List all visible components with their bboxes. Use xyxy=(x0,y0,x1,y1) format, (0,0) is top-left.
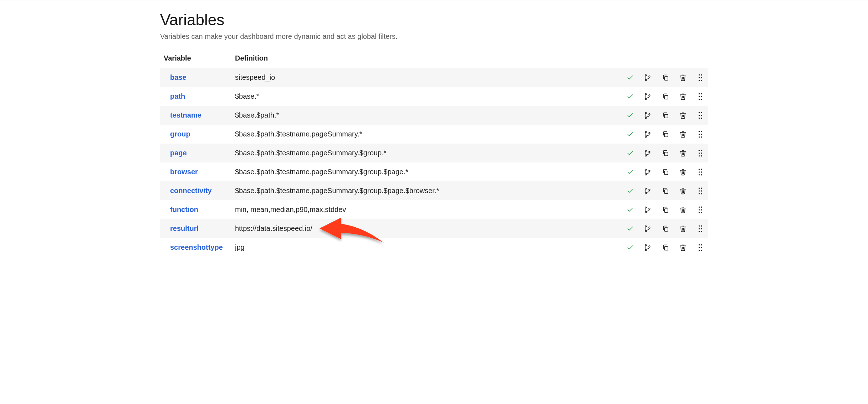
svg-point-79 xyxy=(701,212,703,213)
svg-point-15 xyxy=(701,93,703,94)
drag-handle[interactable] xyxy=(696,203,705,216)
status-ok-icon xyxy=(624,222,637,235)
svg-point-87 xyxy=(701,228,703,229)
duplicate-button[interactable] xyxy=(659,185,672,197)
table-row: function min, mean,median,p90,max,stddev xyxy=(160,200,708,219)
variable-link-group[interactable]: group xyxy=(170,130,190,138)
drag-handle[interactable] xyxy=(696,222,705,235)
svg-point-74 xyxy=(699,206,700,208)
svg-point-95 xyxy=(701,244,703,245)
drag-handle[interactable] xyxy=(696,147,705,160)
delete-button[interactable] xyxy=(676,128,689,141)
svg-point-17 xyxy=(701,96,703,97)
drag-handle[interactable] xyxy=(696,166,705,178)
svg-point-8 xyxy=(699,79,700,81)
drag-handle[interactable] xyxy=(696,90,705,103)
svg-point-4 xyxy=(699,74,700,76)
svg-point-27 xyxy=(701,115,703,116)
svg-point-57 xyxy=(701,171,703,173)
status-ok-icon xyxy=(624,166,637,178)
table-row: browser $base.$path.$testname.pageSummar… xyxy=(160,162,708,181)
variable-link-resulturl[interactable]: resulturl xyxy=(170,224,199,232)
svg-rect-73 xyxy=(664,209,668,212)
delete-button[interactable] xyxy=(676,71,689,84)
duplicate-button[interactable] xyxy=(659,90,672,103)
show-dependencies-button[interactable] xyxy=(641,109,654,122)
variable-definition: $base.$path.$testname.pageSummary.$group… xyxy=(235,187,439,195)
show-dependencies-button[interactable] xyxy=(641,185,654,197)
drag-handle[interactable] xyxy=(696,241,705,254)
show-dependencies-button[interactable] xyxy=(641,71,654,84)
svg-point-56 xyxy=(699,171,700,173)
svg-point-25 xyxy=(701,112,703,113)
svg-point-54 xyxy=(699,169,700,170)
table-row: path $base.* xyxy=(160,87,708,106)
svg-point-47 xyxy=(701,152,703,154)
variables-table: Variable Definition base sitespeed_io pa… xyxy=(160,51,708,257)
delete-button[interactable] xyxy=(676,147,689,160)
svg-point-46 xyxy=(699,152,700,154)
show-dependencies-button[interactable] xyxy=(641,147,654,160)
duplicate-button[interactable] xyxy=(659,241,672,254)
duplicate-button[interactable] xyxy=(659,71,672,84)
svg-point-26 xyxy=(699,115,700,116)
duplicate-button[interactable] xyxy=(659,203,672,216)
duplicate-button[interactable] xyxy=(659,147,672,160)
status-ok-icon xyxy=(624,147,637,160)
svg-point-45 xyxy=(701,150,703,151)
svg-rect-43 xyxy=(664,152,668,156)
variable-definition: $base.$path.$testname.pageSummary.$group… xyxy=(235,168,408,176)
svg-point-96 xyxy=(699,247,700,248)
svg-point-5 xyxy=(701,74,703,76)
svg-rect-33 xyxy=(664,133,668,137)
svg-point-9 xyxy=(701,79,703,81)
drag-handle[interactable] xyxy=(696,71,705,84)
show-dependencies-button[interactable] xyxy=(641,222,654,235)
svg-point-59 xyxy=(701,174,703,175)
variable-link-function[interactable]: function xyxy=(170,206,198,213)
variable-link-connectivity[interactable]: connectivity xyxy=(170,187,212,195)
delete-button[interactable] xyxy=(676,185,689,197)
delete-button[interactable] xyxy=(676,166,689,178)
drag-handle[interactable] xyxy=(696,128,705,141)
show-dependencies-button[interactable] xyxy=(641,166,654,178)
duplicate-button[interactable] xyxy=(659,128,672,141)
variable-link-browser[interactable]: browser xyxy=(170,168,198,176)
duplicate-button[interactable] xyxy=(659,166,672,178)
variable-definition: sitespeed_io xyxy=(235,73,275,81)
variable-definition: $base.$path.$testname.pageSummary.$group… xyxy=(235,149,386,157)
delete-button[interactable] xyxy=(676,90,689,103)
show-dependencies-button[interactable] xyxy=(641,241,654,254)
show-dependencies-button[interactable] xyxy=(641,90,654,103)
svg-point-37 xyxy=(701,134,703,135)
variable-link-path[interactable]: path xyxy=(170,92,185,100)
table-row: page $base.$path.$testname.pageSummary.$… xyxy=(160,144,708,162)
svg-rect-83 xyxy=(664,228,668,231)
svg-point-76 xyxy=(699,209,700,211)
variable-link-page[interactable]: page xyxy=(170,149,187,157)
delete-button[interactable] xyxy=(676,203,689,216)
show-dependencies-button[interactable] xyxy=(641,128,654,141)
duplicate-button[interactable] xyxy=(659,109,672,122)
table-row: base sitespeed_io xyxy=(160,68,708,87)
duplicate-button[interactable] xyxy=(659,222,672,235)
variable-link-base[interactable]: base xyxy=(170,73,187,81)
svg-point-28 xyxy=(699,117,700,119)
svg-point-77 xyxy=(701,209,703,211)
page-subtitle: Variables can make your dashboard more d… xyxy=(160,32,708,41)
delete-button[interactable] xyxy=(676,109,689,122)
delete-button[interactable] xyxy=(676,241,689,254)
variable-link-screenshottype[interactable]: screenshottype xyxy=(170,243,223,251)
svg-point-39 xyxy=(701,136,703,138)
drag-handle[interactable] xyxy=(696,109,705,122)
svg-point-7 xyxy=(701,77,703,78)
svg-point-36 xyxy=(699,134,700,135)
svg-point-35 xyxy=(701,131,703,132)
show-dependencies-button[interactable] xyxy=(641,203,654,216)
drag-handle[interactable] xyxy=(696,185,705,197)
variable-link-testname[interactable]: testname xyxy=(170,111,201,119)
variables-page: Variables Variables can make your dashbo… xyxy=(160,11,708,257)
delete-button[interactable] xyxy=(676,222,689,235)
variable-definition: $base.$path.$testname.pageSummary.* xyxy=(235,130,362,138)
svg-rect-53 xyxy=(664,171,668,175)
